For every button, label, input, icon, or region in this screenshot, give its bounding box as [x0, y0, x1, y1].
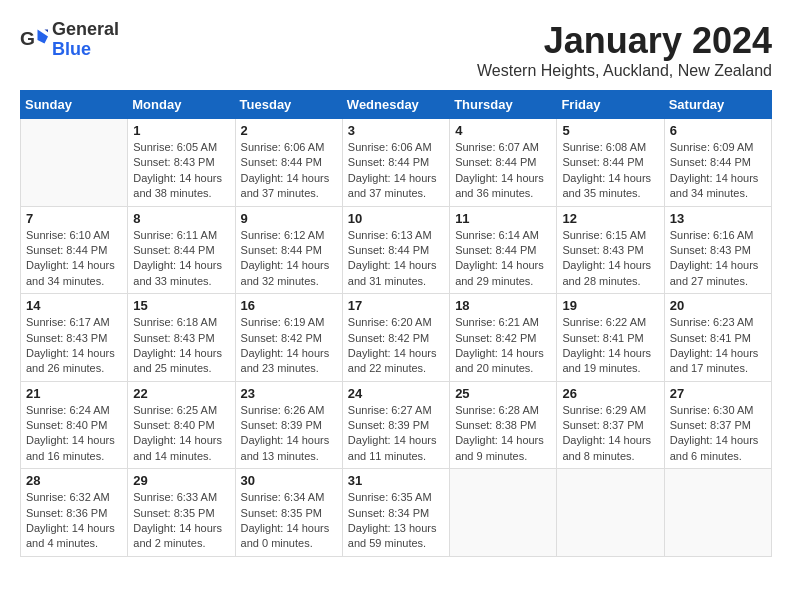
header-day-tuesday: Tuesday [235, 91, 342, 119]
day-detail: Sunrise: 6:05 AMSunset: 8:43 PMDaylight:… [133, 140, 229, 202]
day-detail: Sunrise: 6:17 AMSunset: 8:43 PMDaylight:… [26, 315, 122, 377]
day-detail: Sunrise: 6:12 AMSunset: 8:44 PMDaylight:… [241, 228, 337, 290]
calendar-cell: 30Sunrise: 6:34 AMSunset: 8:35 PMDayligh… [235, 469, 342, 557]
day-detail: Sunrise: 6:07 AMSunset: 8:44 PMDaylight:… [455, 140, 551, 202]
day-number: 28 [26, 473, 122, 488]
calendar-cell: 12Sunrise: 6:15 AMSunset: 8:43 PMDayligh… [557, 206, 664, 294]
day-detail: Sunrise: 6:23 AMSunset: 8:41 PMDaylight:… [670, 315, 766, 377]
calendar-cell: 31Sunrise: 6:35 AMSunset: 8:34 PMDayligh… [342, 469, 449, 557]
header-day-saturday: Saturday [664, 91, 771, 119]
logo: G General Blue [20, 20, 119, 60]
day-number: 29 [133, 473, 229, 488]
day-detail: Sunrise: 6:25 AMSunset: 8:40 PMDaylight:… [133, 403, 229, 465]
calendar-cell [21, 119, 128, 207]
header-day-wednesday: Wednesday [342, 91, 449, 119]
day-number: 31 [348, 473, 444, 488]
day-detail: Sunrise: 6:35 AMSunset: 8:34 PMDaylight:… [348, 490, 444, 552]
day-number: 25 [455, 386, 551, 401]
day-detail: Sunrise: 6:15 AMSunset: 8:43 PMDaylight:… [562, 228, 658, 290]
day-detail: Sunrise: 6:20 AMSunset: 8:42 PMDaylight:… [348, 315, 444, 377]
day-number: 23 [241, 386, 337, 401]
calendar-cell: 14Sunrise: 6:17 AMSunset: 8:43 PMDayligh… [21, 294, 128, 382]
day-number: 4 [455, 123, 551, 138]
calendar-cell: 5Sunrise: 6:08 AMSunset: 8:44 PMDaylight… [557, 119, 664, 207]
day-detail: Sunrise: 6:32 AMSunset: 8:36 PMDaylight:… [26, 490, 122, 552]
calendar-cell: 11Sunrise: 6:14 AMSunset: 8:44 PMDayligh… [450, 206, 557, 294]
logo-general: General [52, 20, 119, 40]
day-number: 17 [348, 298, 444, 313]
day-detail: Sunrise: 6:13 AMSunset: 8:44 PMDaylight:… [348, 228, 444, 290]
calendar-cell: 24Sunrise: 6:27 AMSunset: 8:39 PMDayligh… [342, 381, 449, 469]
calendar-cell [450, 469, 557, 557]
day-detail: Sunrise: 6:28 AMSunset: 8:38 PMDaylight:… [455, 403, 551, 465]
day-detail: Sunrise: 6:27 AMSunset: 8:39 PMDaylight:… [348, 403, 444, 465]
calendar-cell: 2Sunrise: 6:06 AMSunset: 8:44 PMDaylight… [235, 119, 342, 207]
header-day-friday: Friday [557, 91, 664, 119]
day-number: 8 [133, 211, 229, 226]
day-detail: Sunrise: 6:26 AMSunset: 8:39 PMDaylight:… [241, 403, 337, 465]
day-number: 20 [670, 298, 766, 313]
logo-blue: Blue [52, 40, 119, 60]
header-row: SundayMondayTuesdayWednesdayThursdayFrid… [21, 91, 772, 119]
header-day-monday: Monday [128, 91, 235, 119]
day-detail: Sunrise: 6:30 AMSunset: 8:37 PMDaylight:… [670, 403, 766, 465]
day-number: 6 [670, 123, 766, 138]
calendar-cell: 1Sunrise: 6:05 AMSunset: 8:43 PMDaylight… [128, 119, 235, 207]
calendar: SundayMondayTuesdayWednesdayThursdayFrid… [20, 90, 772, 557]
logo-text: General Blue [52, 20, 119, 60]
day-number: 10 [348, 211, 444, 226]
calendar-cell: 25Sunrise: 6:28 AMSunset: 8:38 PMDayligh… [450, 381, 557, 469]
week-row: 1Sunrise: 6:05 AMSunset: 8:43 PMDaylight… [21, 119, 772, 207]
calendar-cell: 3Sunrise: 6:06 AMSunset: 8:44 PMDaylight… [342, 119, 449, 207]
subtitle: Western Heights, Auckland, New Zealand [477, 62, 772, 80]
week-row: 28Sunrise: 6:32 AMSunset: 8:36 PMDayligh… [21, 469, 772, 557]
day-number: 12 [562, 211, 658, 226]
logo-icon: G [20, 26, 48, 54]
day-number: 26 [562, 386, 658, 401]
week-row: 7Sunrise: 6:10 AMSunset: 8:44 PMDaylight… [21, 206, 772, 294]
calendar-body: 1Sunrise: 6:05 AMSunset: 8:43 PMDaylight… [21, 119, 772, 557]
week-row: 14Sunrise: 6:17 AMSunset: 8:43 PMDayligh… [21, 294, 772, 382]
day-detail: Sunrise: 6:14 AMSunset: 8:44 PMDaylight:… [455, 228, 551, 290]
svg-marker-2 [45, 29, 49, 34]
header-day-thursday: Thursday [450, 91, 557, 119]
calendar-cell: 16Sunrise: 6:19 AMSunset: 8:42 PMDayligh… [235, 294, 342, 382]
day-number: 9 [241, 211, 337, 226]
week-row: 21Sunrise: 6:24 AMSunset: 8:40 PMDayligh… [21, 381, 772, 469]
day-number: 16 [241, 298, 337, 313]
calendar-cell: 8Sunrise: 6:11 AMSunset: 8:44 PMDaylight… [128, 206, 235, 294]
calendar-cell: 29Sunrise: 6:33 AMSunset: 8:35 PMDayligh… [128, 469, 235, 557]
calendar-cell: 28Sunrise: 6:32 AMSunset: 8:36 PMDayligh… [21, 469, 128, 557]
calendar-header: SundayMondayTuesdayWednesdayThursdayFrid… [21, 91, 772, 119]
calendar-cell: 7Sunrise: 6:10 AMSunset: 8:44 PMDaylight… [21, 206, 128, 294]
day-detail: Sunrise: 6:22 AMSunset: 8:41 PMDaylight:… [562, 315, 658, 377]
svg-text:G: G [20, 28, 35, 49]
day-detail: Sunrise: 6:06 AMSunset: 8:44 PMDaylight:… [241, 140, 337, 202]
day-detail: Sunrise: 6:10 AMSunset: 8:44 PMDaylight:… [26, 228, 122, 290]
day-detail: Sunrise: 6:09 AMSunset: 8:44 PMDaylight:… [670, 140, 766, 202]
day-number: 13 [670, 211, 766, 226]
day-detail: Sunrise: 6:29 AMSunset: 8:37 PMDaylight:… [562, 403, 658, 465]
day-detail: Sunrise: 6:34 AMSunset: 8:35 PMDaylight:… [241, 490, 337, 552]
calendar-cell: 19Sunrise: 6:22 AMSunset: 8:41 PMDayligh… [557, 294, 664, 382]
day-number: 24 [348, 386, 444, 401]
calendar-cell: 23Sunrise: 6:26 AMSunset: 8:39 PMDayligh… [235, 381, 342, 469]
day-number: 22 [133, 386, 229, 401]
calendar-cell [664, 469, 771, 557]
calendar-cell: 6Sunrise: 6:09 AMSunset: 8:44 PMDaylight… [664, 119, 771, 207]
calendar-cell: 9Sunrise: 6:12 AMSunset: 8:44 PMDaylight… [235, 206, 342, 294]
calendar-cell: 20Sunrise: 6:23 AMSunset: 8:41 PMDayligh… [664, 294, 771, 382]
day-detail: Sunrise: 6:06 AMSunset: 8:44 PMDaylight:… [348, 140, 444, 202]
day-detail: Sunrise: 6:21 AMSunset: 8:42 PMDaylight:… [455, 315, 551, 377]
calendar-cell: 18Sunrise: 6:21 AMSunset: 8:42 PMDayligh… [450, 294, 557, 382]
day-number: 7 [26, 211, 122, 226]
calendar-cell: 26Sunrise: 6:29 AMSunset: 8:37 PMDayligh… [557, 381, 664, 469]
day-detail: Sunrise: 6:33 AMSunset: 8:35 PMDaylight:… [133, 490, 229, 552]
calendar-cell: 17Sunrise: 6:20 AMSunset: 8:42 PMDayligh… [342, 294, 449, 382]
calendar-cell: 13Sunrise: 6:16 AMSunset: 8:43 PMDayligh… [664, 206, 771, 294]
calendar-cell: 21Sunrise: 6:24 AMSunset: 8:40 PMDayligh… [21, 381, 128, 469]
day-detail: Sunrise: 6:08 AMSunset: 8:44 PMDaylight:… [562, 140, 658, 202]
header-day-sunday: Sunday [21, 91, 128, 119]
day-detail: Sunrise: 6:19 AMSunset: 8:42 PMDaylight:… [241, 315, 337, 377]
day-number: 21 [26, 386, 122, 401]
